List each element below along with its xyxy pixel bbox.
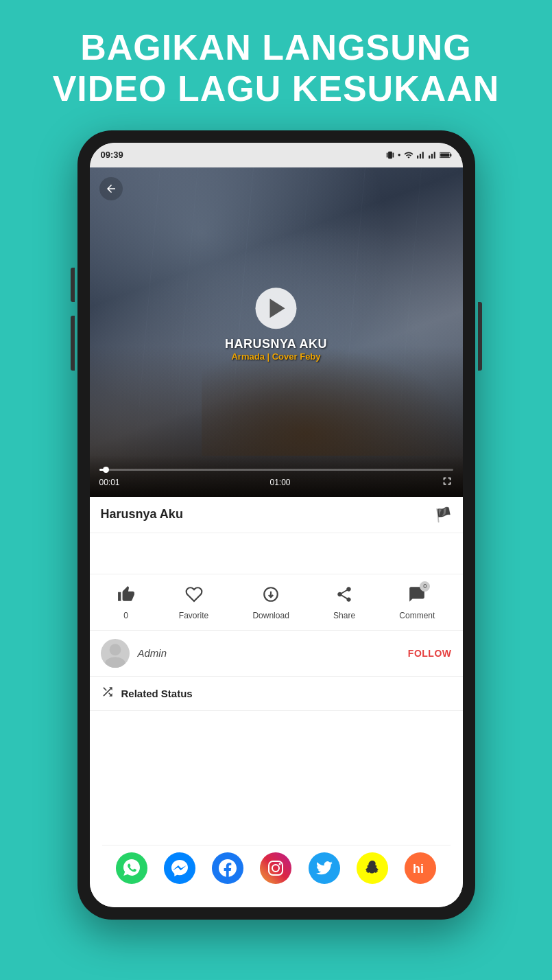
download-action[interactable]: Download [252, 585, 289, 620]
progress-dot [103, 467, 109, 473]
play-triangle [269, 299, 285, 318]
like-icon [117, 585, 135, 607]
video-song-title: HARUSNYA AKU [225, 337, 327, 351]
twitter-icon[interactable] [309, 852, 340, 884]
download-icon [262, 585, 280, 607]
back-button[interactable] [99, 177, 123, 200]
phone-wrapper: 09:39 ● [77, 130, 475, 920]
svg-rect-4 [419, 154, 420, 159]
header-line1: BAGIKAN LANGSUNG [53, 27, 500, 69]
download-label: Download [252, 611, 289, 620]
shuffle-icon [101, 685, 115, 702]
status-icons: ● [385, 150, 452, 160]
svg-rect-8 [433, 152, 435, 159]
total-time: 01:00 [270, 478, 291, 487]
status-time: 09:39 [101, 150, 123, 160]
share-action[interactable]: Share [333, 585, 355, 620]
svg-rect-6 [429, 156, 430, 159]
play-button-container: HARUSNYA AKU Armada | Cover Feby [225, 288, 327, 362]
action-bar: 0 Favorite Download [90, 574, 463, 631]
admin-name: Admin [138, 647, 400, 659]
phone-btn-left-bottom [71, 316, 75, 371]
svg-rect-2 [392, 152, 394, 157]
svg-text:hi: hi [413, 862, 424, 876]
snapchat-icon[interactable] [357, 852, 388, 884]
like-action[interactable]: 0 [117, 585, 135, 620]
social-bar: hi [102, 845, 451, 895]
video-song-subtitle: Armada | Cover Feby [225, 351, 327, 362]
progress-bar[interactable] [99, 469, 453, 471]
admin-avatar [101, 639, 130, 668]
song-title: Harusnya Aku [101, 507, 183, 522]
flag-icon[interactable]: 🏴 [435, 506, 452, 523]
svg-rect-10 [450, 154, 451, 156]
favorite-action[interactable]: Favorite [179, 585, 208, 620]
favorite-icon [185, 585, 203, 607]
svg-rect-5 [422, 152, 423, 159]
instagram-icon[interactable] [260, 852, 291, 884]
status-bar: 09:39 ● [90, 143, 463, 167]
comment-label: Comment [399, 611, 435, 620]
svg-rect-0 [386, 152, 387, 157]
favorite-label: Favorite [179, 611, 208, 620]
video-area[interactable]: HARUSNYA AKU Armada | Cover Feby 00:01 0… [90, 167, 463, 497]
current-time: 00:01 [99, 478, 120, 487]
svg-rect-3 [417, 156, 418, 159]
time-row: 00:01 01:00 [99, 475, 453, 490]
svg-rect-1 [388, 151, 392, 159]
comment-badge: 0 [420, 581, 430, 592]
facebook-icon[interactable] [212, 852, 243, 884]
related-row: Related Status [90, 677, 463, 711]
helo-icon[interactable]: hi [405, 852, 436, 884]
svg-point-17 [279, 863, 281, 865]
svg-point-14 [105, 657, 125, 668]
share-label: Share [333, 611, 355, 620]
like-count: 0 [123, 611, 128, 620]
phone-btn-left-top [71, 268, 75, 302]
header-line2: VIDEO LAGU KESUKAAN [53, 69, 500, 110]
video-controls: 00:01 01:00 [90, 455, 463, 497]
admin-row: Admin FOLLOW [90, 631, 463, 677]
song-desc [90, 533, 463, 574]
svg-point-13 [109, 644, 121, 655]
share-icon [335, 585, 353, 607]
whatsapp-icon[interactable] [116, 852, 147, 884]
header-section: BAGIKAN LANGSUNG VIDEO LAGU KESUKAAN [12, 0, 541, 130]
phone-screen: 09:39 ● [90, 143, 463, 907]
phone-btn-right [478, 302, 482, 371]
song-header: Harusnya Aku 🏴 [90, 497, 463, 533]
related-label: Related Status [121, 688, 193, 699]
messenger-icon[interactable] [164, 852, 195, 884]
svg-point-16 [272, 865, 279, 872]
fullscreen-icon[interactable] [441, 475, 453, 490]
progress-fill [99, 469, 106, 471]
svg-rect-7 [431, 154, 432, 159]
follow-button[interactable]: FOLLOW [408, 648, 452, 659]
svg-rect-11 [440, 153, 449, 156]
play-button[interactable] [255, 288, 296, 329]
comment-icon: 0 [408, 585, 426, 607]
comment-action[interactable]: 0 Comment [399, 585, 435, 620]
